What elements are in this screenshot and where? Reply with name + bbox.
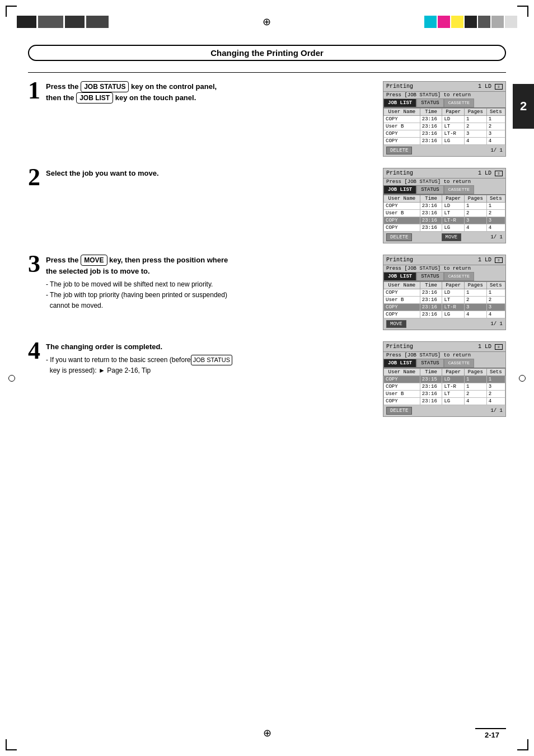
screen-1-row-3: COPY23:16LT-R33 <box>384 130 505 138</box>
screen-4-tab-joblist[interactable]: JOB LIST <box>383 359 416 368</box>
screen-1-printing: Printing <box>386 83 413 90</box>
screen-3-table: User Name Time Paper Pages Sets COPY23:1… <box>383 281 505 318</box>
screen-3-tab-status[interactable]: STATUS <box>416 272 443 281</box>
main-content: Changing the Printing Order 1 Press the … <box>28 45 506 428</box>
screen-1-page-num: 1/ 1 <box>490 148 503 153</box>
screen-3-move-btn[interactable]: MOVE <box>386 320 406 328</box>
color-block-lgray <box>505 16 517 28</box>
screen-2-row-2: User B23:16LT22 <box>384 210 505 217</box>
screen-2-tab-cassette[interactable]: CASSETTE <box>444 185 474 194</box>
step-4-number: 4 <box>28 339 40 363</box>
screen-panel-3: Printing 1 LD ≡ Press [JOB STATUS] to re… <box>383 255 506 330</box>
screen-1-tab-cassette[interactable]: CASSETTE <box>444 98 474 107</box>
step-2-row: 2 Select the job you want to move. Print… <box>28 168 506 243</box>
black-block-1 <box>17 16 36 28</box>
step-2-left: 2 Select the job you want to move. <box>28 168 372 190</box>
screen-1-tab-joblist[interactable]: JOB LIST <box>383 98 416 107</box>
black-block-2 <box>38 16 63 28</box>
screen-1-ld: LD <box>485 83 491 90</box>
page-number: 2-17 <box>475 728 506 739</box>
screen-3-col-paper: Paper <box>442 282 465 289</box>
screen-3-row-2: User B23:16LT22 <box>384 297 505 304</box>
screen-1-delete-btn[interactable]: DELETE <box>386 147 412 154</box>
screen-3-tab-joblist[interactable]: JOB LIST <box>383 272 416 281</box>
step-2-body: Select the job you want to move. <box>46 168 372 181</box>
screen-3-tab-cassette[interactable]: CASSETTE <box>444 272 474 281</box>
screen-2-numld: 1 LD ≡ <box>478 170 503 176</box>
screen-2-row-4: COPY23:16LG44 <box>384 224 505 232</box>
screen-4-page-num: 1/ 1 <box>490 408 503 414</box>
screen-1-col-pages: Pages <box>465 109 487 116</box>
screen-2-col-paper: Paper <box>442 195 465 203</box>
screen-4-col-username: User Name <box>384 369 420 376</box>
screen-2-printing: Printing <box>386 170 413 176</box>
screen-2-ld: LD <box>485 170 491 176</box>
screen-3-paper-icon: ≡ <box>495 257 503 263</box>
title-divider <box>28 72 506 73</box>
screen-4-tab-cassette[interactable]: CASSETTE <box>444 359 474 368</box>
right-registration-mark <box>519 375 526 382</box>
screen-2-move-btn[interactable]: MOVE <box>442 233 462 241</box>
step-4-text: The changing order is completed. <box>46 341 372 353</box>
screen-4-tabs: JOB LIST STATUS CASSETTE <box>383 359 505 368</box>
black-block-4 <box>86 16 109 28</box>
screen-1-table: User Name Time Paper Pages Sets COPY23:1… <box>383 108 505 145</box>
screen-2-tab-status[interactable]: STATUS <box>416 185 443 194</box>
screen-3-page-num: 1/ 1 <box>490 321 503 327</box>
screen-4-row-4: COPY23:16LG44 <box>384 398 505 405</box>
screen-1-msg: Press [JOB STATUS] to return <box>383 92 505 98</box>
job-status-key-1: JOB STATUS <box>81 81 129 92</box>
screen-1-tab-status[interactable]: STATUS <box>416 98 443 107</box>
screen-2-footer: DELETE MOVE 1/ 1 <box>383 232 505 243</box>
screen-4-printing: Printing <box>386 344 413 350</box>
screen-3-col-username: User Name <box>384 282 420 289</box>
screen-1-numld: 1 LD ≡ <box>478 83 503 90</box>
corner-mark-tl <box>6 6 17 17</box>
job-list-key-1: JOB LIST <box>76 92 113 104</box>
screen-panel-1: Printing 1 LD ≡ Press [JOB STATUS] to re… <box>383 81 506 157</box>
step-3-row: 3 Press the MOVE key, then press the pos… <box>28 255 506 330</box>
screen-2-col-sets: Sets <box>486 195 505 203</box>
screen-panel-2: Printing 1 LD ≡ Press [JOB STATUS] to re… <box>383 168 506 243</box>
screen-2-table: User Name Time Paper Pages Sets COPY23:1… <box>383 195 505 232</box>
screen-4-col-sets: Sets <box>486 369 505 376</box>
step-1-left: 1 Press the JOB STATUS key on the contro… <box>28 81 372 106</box>
screen-2-num: 1 <box>478 170 481 176</box>
screen-3-col-sets: Sets <box>486 282 505 289</box>
screen-4-tab-status[interactable]: STATUS <box>416 359 443 368</box>
step-4-row: 4 The changing order is completed. - If … <box>28 341 506 417</box>
job-status-ref-4: JOB STATUS <box>191 355 232 366</box>
screen-3-numld: 1 LD ≡ <box>478 257 503 263</box>
screen-2-tabs: JOB LIST STATUS CASSETTE <box>383 185 505 195</box>
screen-1-col-paper: Paper <box>442 109 465 116</box>
screen-3-header: Printing 1 LD ≡ <box>383 255 505 265</box>
color-blocks <box>424 16 517 28</box>
screen-3-ld: LD <box>485 257 491 263</box>
screen-3-msg: Press [JOB STATUS] to return <box>383 265 505 272</box>
screen-4-ld: LD <box>485 344 491 350</box>
color-block-dark <box>478 16 490 28</box>
screen-1-col-sets: Sets <box>486 109 505 116</box>
screen-2-col-pages: Pages <box>465 195 487 203</box>
section-title-box: Changing the Printing Order <box>28 45 506 61</box>
screen-3-num: 1 <box>478 257 481 263</box>
screen-1-num: 1 <box>478 83 481 90</box>
screen-4-num: 1 <box>478 344 481 350</box>
screen-3-col-pages: Pages <box>465 282 487 289</box>
step-2-number: 2 <box>28 165 40 190</box>
corner-mark-bl <box>6 739 17 750</box>
screen-2-delete-btn[interactable]: DELETE <box>386 233 412 241</box>
screen-3-row-4: COPY23:16LG44 <box>384 311 505 318</box>
step-4-left: 4 The changing order is completed. - If … <box>28 341 372 376</box>
screen-2-tab-joblist[interactable]: JOB LIST <box>383 185 416 194</box>
screen-1-row-4: COPY23:16LG44 <box>384 138 505 145</box>
screen-4-delete-btn[interactable]: DELETE <box>386 407 412 415</box>
screen-2-row-1: COPY23:16LD11 <box>384 203 505 210</box>
screen-4-paper-icon: ≡ <box>495 344 503 350</box>
step-3-body: Press the MOVE key, then press the posit… <box>46 255 372 311</box>
step-1-row: 1 Press the JOB STATUS key on the contro… <box>28 81 506 157</box>
screen-4-col-time: Time <box>420 369 442 376</box>
screen-2-row-3-highlighted: COPY23:16LT-R33 <box>384 217 505 224</box>
black-blocks <box>17 16 109 28</box>
screen-4-row-3: User B23:16LT22 <box>384 391 505 398</box>
